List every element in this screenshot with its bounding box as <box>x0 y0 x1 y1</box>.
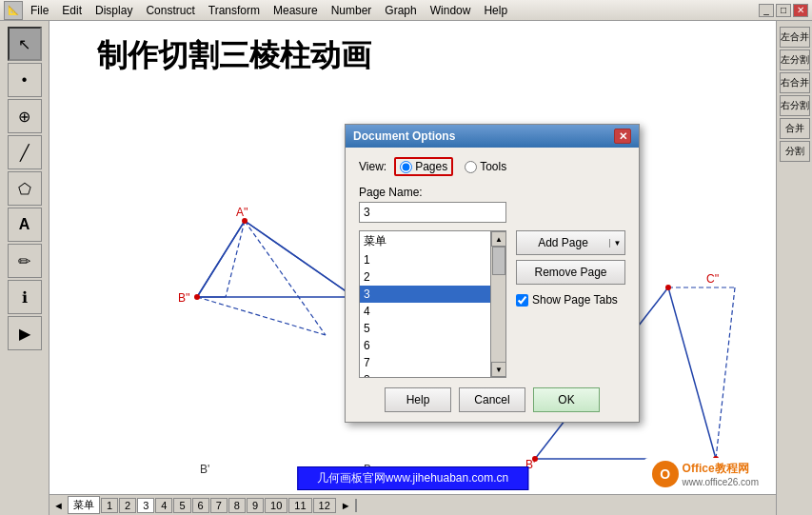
right-sidebar: 左合并 左分割 右合并 右分割 合并 分割 <box>776 21 812 515</box>
tools-radio[interactable] <box>465 161 477 173</box>
menu-transform[interactable]: Transform <box>203 2 266 19</box>
page-tab-10[interactable]: 10 <box>265 498 287 513</box>
text-tool-button[interactable]: A <box>8 208 42 242</box>
page-tab-1[interactable]: 1 <box>101 498 118 513</box>
view-label: View: <box>359 160 386 173</box>
svg-line-17 <box>716 287 735 459</box>
scrollbar-down-button[interactable]: ▼ <box>491 362 506 377</box>
dialog-title: Document Options <box>353 129 455 143</box>
page-tab-2[interactable]: 2 <box>119 498 136 513</box>
page-tab-11[interactable]: 11 <box>288 498 311 513</box>
list-item-7[interactable]: 7 <box>360 354 505 371</box>
list-item-8[interactable]: 8 <box>360 371 505 377</box>
page-tab-3[interactable]: 3 <box>137 498 154 513</box>
add-page-label: Add Page <box>517 236 609 249</box>
office-icon: O <box>652 461 679 487</box>
marker-tool-button[interactable]: ✏ <box>8 244 42 278</box>
page-tab-6[interactable]: 6 <box>192 498 209 513</box>
page-tab-menu[interactable]: 菜单 <box>68 496 100 514</box>
page-name-input[interactable] <box>359 202 506 223</box>
left-split-button[interactable]: 左分割 <box>780 50 810 70</box>
list-item-2[interactable]: 2 <box>360 268 505 286</box>
add-page-arrow-icon[interactable]: ▼ <box>609 239 624 248</box>
ok-button[interactable]: OK <box>533 387 600 412</box>
menu-help[interactable]: Help <box>478 2 513 19</box>
list-item-menu[interactable]: 菜单 <box>360 231 505 251</box>
menu-file[interactable]: File <box>25 2 54 19</box>
polygon-tool-button[interactable]: ⬠ <box>8 171 42 206</box>
office-logo: O Office教程网 www.office26.com <box>644 458 766 490</box>
svg-point-22 <box>532 456 538 462</box>
maximize-button[interactable]: □ <box>776 4 791 17</box>
page-tab-4[interactable]: 4 <box>155 498 172 513</box>
menu-graph[interactable]: Graph <box>379 2 422 19</box>
show-page-tabs-checkbox[interactable] <box>516 294 528 307</box>
dialog-close-button[interactable]: ✕ <box>614 129 631 144</box>
close-button[interactable]: ✕ <box>793 4 808 17</box>
dialog-titlebar: Document Options ✕ <box>346 125 639 148</box>
info-tool-button[interactable]: ℹ <box>8 280 42 314</box>
main-layout: ↖ • ⊕ ╱ ⬠ A ✏ ℹ ▶ 制作切割三棱柱动画 A'' <box>0 21 812 515</box>
left-toolbar: ↖ • ⊕ ╱ ⬠ A ✏ ℹ ▶ <box>0 21 50 515</box>
svg-text:B': B' <box>200 463 209 476</box>
menu-construct[interactable]: Construct <box>140 2 200 19</box>
minimize-button[interactable]: _ <box>759 4 774 17</box>
page-list[interactable]: 菜单 1 2 3 4 5 6 7 8 9 10 <box>360 231 505 377</box>
menu-measure[interactable]: Measure <box>267 2 324 19</box>
menu-window[interactable]: Window <box>425 2 477 19</box>
list-item-4[interactable]: 4 <box>360 303 505 320</box>
watermark-bar: 几何画板官网www.jihehuaban.com.cn <box>297 466 528 490</box>
svg-point-21 <box>665 285 671 290</box>
right-split-button[interactable]: 右分割 <box>780 95 810 116</box>
right-merge-button[interactable]: 右合并 <box>780 72 810 93</box>
status-divider <box>355 499 772 512</box>
page-tab-9[interactable]: 9 <box>247 498 264 513</box>
cancel-button[interactable]: Cancel <box>459 387 525 412</box>
page-tab-5[interactable]: 5 <box>173 498 190 513</box>
show-page-tabs-row: Show Page Tabs <box>516 293 625 307</box>
svg-line-3 <box>197 221 245 297</box>
list-item-1[interactable]: 1 <box>360 251 505 268</box>
page-list-container: 菜单 1 2 3 4 5 6 7 8 9 10 <box>359 230 506 378</box>
scroll-right-icon[interactable]: ► <box>341 500 351 511</box>
menu-number[interactable]: Number <box>326 2 378 19</box>
page-tab-12[interactable]: 12 <box>313 498 336 513</box>
canvas-area[interactable]: 制作切割三棱柱动画 A'' B'' C <box>50 21 776 515</box>
line-tool-button[interactable]: ╱ <box>8 135 42 169</box>
left-merge-button[interactable]: 左合并 <box>780 27 810 48</box>
point-tool-button[interactable]: • <box>8 63 42 97</box>
list-item-6[interactable]: 6 <box>360 337 505 354</box>
list-scrollbar[interactable]: ▲ ▼ <box>490 231 505 377</box>
tools-radio-option[interactable]: Tools <box>465 160 506 173</box>
svg-text:B'': B'' <box>178 291 190 305</box>
app-icon: 📐 <box>4 1 23 20</box>
svg-line-6 <box>245 221 326 335</box>
split-button[interactable]: 分割 <box>780 141 810 162</box>
merge-button[interactable]: 合并 <box>780 118 810 139</box>
add-page-button[interactable]: Add Page ▼ <box>516 230 625 255</box>
help-button[interactable]: Help <box>385 387 451 412</box>
office-text: Office教程网 www.office26.com <box>683 461 759 487</box>
office-text-line2: www.office26.com <box>683 477 759 487</box>
pointer-tool-button[interactable]: ↖ <box>8 27 42 61</box>
svg-text:A'': A'' <box>236 206 248 219</box>
page-tab-8[interactable]: 8 <box>228 498 246 513</box>
remove-page-button[interactable]: Remove Page <box>516 260 625 285</box>
view-row: View: Pages Tools <box>359 157 625 176</box>
page-tab-7[interactable]: 7 <box>210 498 228 513</box>
show-page-tabs-label: Show Page Tabs <box>532 293 618 307</box>
scrollbar-up-button[interactable]: ▲ <box>491 231 506 247</box>
scrollbar-thumb[interactable] <box>492 247 505 275</box>
list-item-5[interactable]: 5 <box>360 320 505 337</box>
page-name-label: Page Name: <box>359 186 625 199</box>
svg-line-15 <box>668 287 716 459</box>
more-tool-button[interactable]: ▶ <box>8 316 42 350</box>
list-item-3[interactable]: 3 <box>360 286 505 303</box>
svg-point-10 <box>242 218 248 224</box>
compass-tool-button[interactable]: ⊕ <box>8 99 42 133</box>
menu-edit[interactable]: Edit <box>56 2 88 19</box>
scroll-left-icon[interactable]: ◄ <box>53 500 64 511</box>
pages-radio-option[interactable]: Pages <box>394 157 453 176</box>
pages-radio[interactable] <box>400 161 412 173</box>
menu-display[interactable]: Display <box>89 2 138 19</box>
